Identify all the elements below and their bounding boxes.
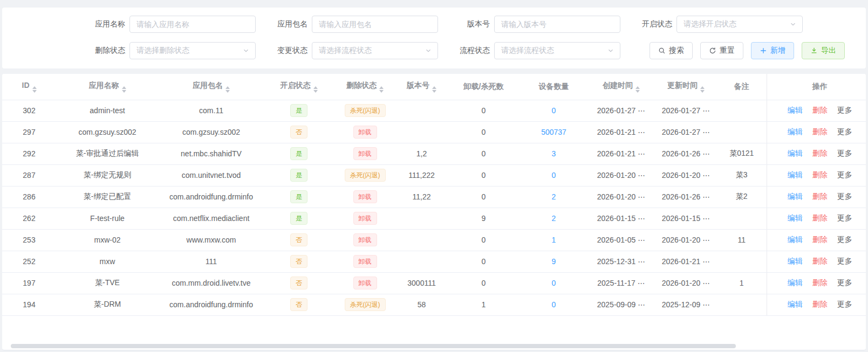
enable-status-select[interactable]: 请选择开启状态 [676, 16, 803, 33]
enable-status-tag: 是 [290, 147, 307, 160]
edit-link[interactable]: 编辑 [788, 278, 803, 287]
more-link[interactable]: 更多 [837, 213, 852, 222]
cell-updated-time: 2026-01-20 ⋯ [655, 164, 717, 186]
more-link[interactable]: 更多 [837, 278, 852, 287]
version-input[interactable] [494, 16, 620, 33]
reset-button[interactable]: 重置 [700, 42, 743, 59]
delete-link[interactable]: 删除 [812, 235, 828, 244]
enable-status-tag: 否 [290, 233, 307, 246]
cell-delete-status: 杀死(闪退) [334, 164, 396, 186]
device-count-link[interactable]: 2 [552, 192, 556, 201]
sort-caret-icon[interactable] [122, 86, 126, 93]
delete-link[interactable]: 删除 [812, 278, 828, 287]
sort-caret-icon[interactable] [635, 86, 640, 93]
column-header-updated-time[interactable]: 更新时间 [655, 74, 717, 100]
delete-link[interactable]: 删除 [812, 257, 828, 265]
device-count-link[interactable]: 0 [552, 171, 556, 180]
app-package-input[interactable] [312, 16, 438, 33]
more-link[interactable]: 更多 [837, 257, 852, 265]
column-header-id[interactable]: ID [2, 74, 56, 100]
delete-link[interactable]: 删除 [812, 213, 828, 222]
device-count-link[interactable]: 0 [552, 300, 556, 309]
edit-link[interactable]: 编辑 [788, 257, 803, 265]
cell-id: 262 [2, 208, 56, 229]
cell-remark: 11 [717, 229, 767, 251]
more-link[interactable]: 更多 [837, 149, 852, 157]
sort-caret-icon[interactable] [379, 86, 384, 93]
form-item-enable-status: 开启状态 请选择开启状态 [625, 16, 803, 33]
reset-button-label: 重置 [720, 46, 735, 56]
cell-app-name: 菜-TVE [56, 272, 159, 294]
refresh-icon [709, 47, 716, 54]
sort-caret-icon[interactable] [313, 86, 318, 93]
device-count-link[interactable]: 0 [552, 106, 556, 115]
cell-app-package: net.mbc.shahidTV [159, 143, 264, 164]
device-count-link[interactable]: 500737 [541, 128, 566, 136]
cell-created-time: 2025-12-31 ⋯ [587, 251, 655, 272]
app-name-input[interactable] [129, 16, 256, 33]
column-header-version[interactable]: 版本号 [396, 74, 447, 100]
edit-link[interactable]: 编辑 [788, 213, 803, 222]
sort-caret-icon[interactable] [32, 86, 37, 93]
device-count-link[interactable]: 2 [552, 214, 556, 223]
delete-link[interactable]: 删除 [812, 300, 828, 308]
form-item-delete-status: 删除状态 请选择删除状态 [78, 42, 256, 59]
edit-link[interactable]: 编辑 [788, 235, 803, 244]
cell-device-count: 0 [520, 100, 587, 121]
cell-updated-time: 2025-12-09 ⋯ [655, 294, 717, 315]
more-link[interactable]: 更多 [837, 235, 852, 244]
search-button[interactable]: 搜索 [650, 42, 693, 59]
delete-link[interactable]: 删除 [812, 127, 828, 136]
device-count-link[interactable]: 9 [552, 257, 556, 266]
column-header-app-package[interactable]: 应用包名 [159, 74, 264, 100]
column-header-delete-status[interactable]: 删除状态 [334, 74, 396, 100]
edit-link[interactable]: 编辑 [788, 149, 803, 157]
edit-link[interactable]: 编辑 [788, 127, 803, 136]
more-link[interactable]: 更多 [837, 300, 852, 308]
sort-caret-icon[interactable] [432, 86, 436, 93]
delete-status-tag: 卸载 [353, 147, 377, 160]
process-status-select[interactable]: 请选择流程状态 [494, 42, 620, 59]
delete-link[interactable]: 删除 [812, 192, 828, 201]
horizontal-scrollbar[interactable] [11, 344, 736, 348]
column-header-app-name[interactable]: 应用名称 [56, 74, 159, 100]
delete-status-tag: 卸载 [353, 126, 377, 139]
form-item-process-status: 流程状态 请选择流程状态 [442, 42, 620, 59]
cell-updated-time: 2026-01-21 ⋯ [655, 251, 717, 272]
cell-id: 197 [2, 272, 56, 294]
cell-app-package: 111 [159, 251, 264, 272]
device-count-link[interactable]: 0 [552, 279, 556, 287]
more-link[interactable]: 更多 [837, 106, 852, 114]
more-link[interactable]: 更多 [837, 127, 852, 136]
more-link[interactable]: 更多 [837, 192, 852, 201]
column-header-created-time[interactable]: 创建时间 [587, 74, 655, 100]
cell-device-count: 2 [520, 186, 587, 208]
device-count-link[interactable]: 3 [552, 149, 556, 158]
delete-link[interactable]: 删除 [812, 170, 828, 179]
delete-status-label: 删除状态 [78, 46, 129, 56]
cell-app-package: com.androidfung.drminfo [159, 186, 264, 208]
cell-updated-time: 2026-01-26 ⋯ [655, 186, 717, 208]
enable-status-tag: 是 [290, 169, 307, 182]
cell-created-time: 2026-01-15 ⋯ [587, 208, 655, 229]
more-link[interactable]: 更多 [837, 170, 852, 179]
edit-link[interactable]: 编辑 [788, 170, 803, 179]
column-header-enable-status[interactable]: 开启状态 [264, 74, 334, 100]
cell-delete-status: 杀死(闪退) [334, 100, 396, 121]
device-count-link[interactable]: 1 [552, 236, 556, 244]
sort-caret-icon[interactable] [700, 86, 705, 93]
change-status-select[interactable]: 请选择流程状态 [312, 42, 438, 59]
export-button[interactable]: 导出 [802, 42, 845, 59]
cell-remark [717, 100, 767, 121]
edit-link[interactable]: 编辑 [788, 106, 803, 114]
delete-link[interactable]: 删除 [812, 106, 828, 114]
edit-link[interactable]: 编辑 [788, 300, 803, 308]
add-button[interactable]: 新增 [751, 42, 794, 59]
delete-link[interactable]: 删除 [812, 149, 828, 157]
edit-link[interactable]: 编辑 [788, 192, 803, 201]
enable-status-tag: 是 [290, 104, 307, 117]
sort-caret-icon[interactable] [225, 86, 230, 93]
cell-created-time: 2026-01-21 ⋯ [587, 121, 655, 143]
cell-id: 194 [2, 294, 56, 315]
delete-status-select[interactable]: 请选择删除状态 [129, 42, 256, 59]
